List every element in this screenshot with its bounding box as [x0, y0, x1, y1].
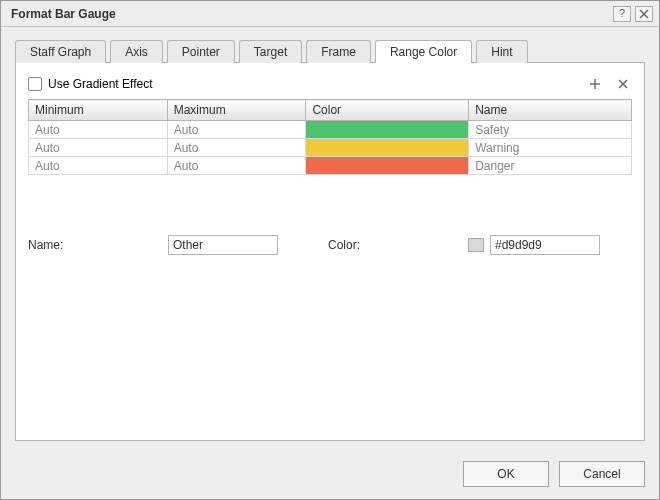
th-color[interactable]: Color	[306, 100, 469, 121]
cell-color[interactable]	[306, 157, 469, 175]
plus-icon	[589, 78, 601, 90]
dialog-title: Format Bar Gauge	[11, 7, 609, 21]
color-swatch-small[interactable]	[468, 238, 484, 252]
th-minimum[interactable]: Minimum	[29, 100, 168, 121]
add-row-button[interactable]	[586, 75, 604, 93]
range-table: Minimum Maximum Color Name Auto Auto Saf…	[28, 99, 632, 175]
cell-max[interactable]: Auto	[167, 139, 306, 157]
content-area: Staff Graph Axis Pointer Target Frame Ra…	[1, 27, 659, 451]
name-label: Name:	[28, 238, 168, 252]
ok-button[interactable]: OK	[463, 461, 549, 487]
cell-name[interactable]: Danger	[469, 157, 632, 175]
table-row[interactable]: Auto Auto Danger	[29, 157, 632, 175]
tab-range-color[interactable]: Range Color	[375, 40, 472, 63]
color-swatch	[306, 139, 468, 156]
form-row: Name: Color:	[28, 235, 632, 255]
cell-name[interactable]: Warning	[469, 139, 632, 157]
color-input[interactable]	[490, 235, 600, 255]
th-name[interactable]: Name	[469, 100, 632, 121]
tab-axis[interactable]: Axis	[110, 40, 163, 63]
panel-top-row: Use Gradient Effect	[28, 75, 632, 93]
color-swatch	[306, 121, 468, 138]
tab-pointer[interactable]: Pointer	[167, 40, 235, 63]
cell-name[interactable]: Safety	[469, 121, 632, 139]
close-icon	[639, 9, 649, 19]
gradient-label: Use Gradient Effect	[48, 77, 153, 91]
cell-max[interactable]: Auto	[167, 121, 306, 139]
cell-min[interactable]: Auto	[29, 121, 168, 139]
tab-target[interactable]: Target	[239, 40, 302, 63]
tab-frame[interactable]: Frame	[306, 40, 371, 63]
cell-min[interactable]: Auto	[29, 139, 168, 157]
x-icon	[617, 78, 629, 90]
footer: OK Cancel	[1, 451, 659, 499]
tab-bar: Staff Graph Axis Pointer Target Frame Ra…	[15, 40, 645, 63]
tab-panel: Use Gradient Effect	[15, 62, 645, 441]
cell-max[interactable]: Auto	[167, 157, 306, 175]
table-header-row: Minimum Maximum Color Name	[29, 100, 632, 121]
close-button[interactable]	[635, 6, 653, 22]
tab-staff-graph[interactable]: Staff Graph	[15, 40, 106, 63]
cell-color[interactable]	[306, 121, 469, 139]
color-label: Color:	[328, 238, 468, 252]
dialog-window: Format Bar Gauge ? Staff Graph Axis Poin…	[0, 0, 660, 500]
th-maximum[interactable]: Maximum	[167, 100, 306, 121]
cell-color[interactable]	[306, 139, 469, 157]
help-icon: ?	[619, 8, 625, 19]
help-button[interactable]: ?	[613, 6, 631, 22]
gradient-checkbox[interactable]	[28, 77, 42, 91]
table-row[interactable]: Auto Auto Warning	[29, 139, 632, 157]
titlebar: Format Bar Gauge ?	[1, 1, 659, 27]
cell-min[interactable]: Auto	[29, 157, 168, 175]
cancel-button[interactable]: Cancel	[559, 461, 645, 487]
remove-row-button[interactable]	[614, 75, 632, 93]
name-input[interactable]	[168, 235, 278, 255]
color-swatch	[306, 157, 468, 174]
tab-hint[interactable]: Hint	[476, 40, 527, 63]
table-row[interactable]: Auto Auto Safety	[29, 121, 632, 139]
